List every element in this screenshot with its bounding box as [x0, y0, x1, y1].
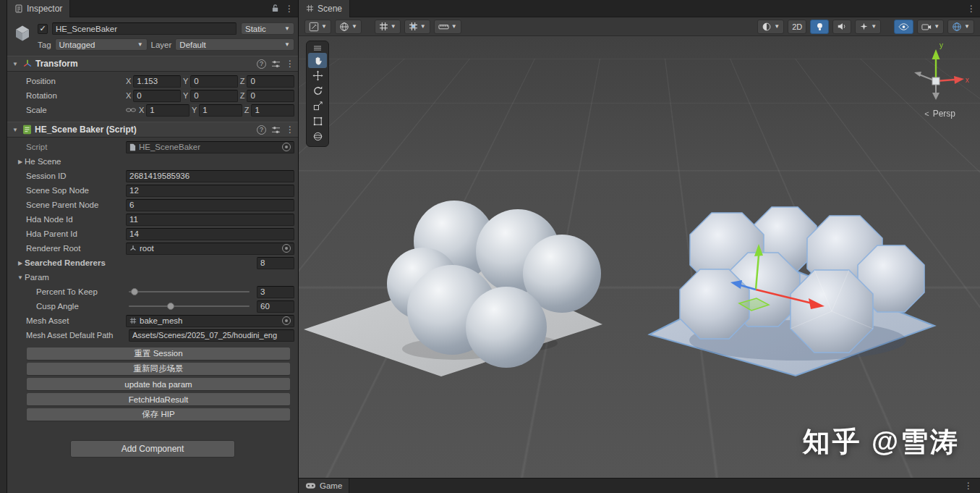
scene-viewport[interactable]: y x < Persp 知乎 @雪涛: [299, 36, 980, 478]
hda-parent-id-field[interactable]: 14: [126, 228, 294, 240]
save-hip-button[interactable]: 保存 HIP: [26, 408, 291, 421]
tab-scene[interactable]: Scene: [299, 0, 350, 17]
axis-x-label: X: [126, 77, 131, 85]
static-dropdown[interactable]: Static ▼: [241, 22, 294, 35]
lighting-toggle[interactable]: [810, 20, 829, 34]
add-component-button[interactable]: Add Component: [70, 440, 235, 458]
script-component-header[interactable]: ▼ HE_Scene Baker (Script) ? ⋮: [7, 122, 298, 138]
renderer-root-field[interactable]: root: [126, 243, 294, 255]
game-menu-icon[interactable]: ⋮: [964, 481, 980, 490]
rotate-tool-button[interactable]: [308, 83, 327, 98]
scale-x-field[interactable]: 1: [146, 104, 189, 117]
foldout-open-icon[interactable]: ▼: [11, 61, 20, 67]
presets-icon[interactable]: [271, 60, 281, 68]
chevron-down-icon: ▼: [284, 25, 290, 32]
move-tool-button[interactable]: [308, 68, 327, 83]
mesh-asset-field[interactable]: bake_mesh: [126, 315, 294, 327]
object-picker-icon[interactable]: [282, 143, 291, 151]
scene-sop-node-field[interactable]: 12: [126, 185, 294, 197]
searched-renderers-count-field[interactable]: 8: [257, 257, 294, 269]
effects-dropdown[interactable]: ▼: [855, 20, 881, 34]
foldout-open-icon[interactable]: ▼: [11, 127, 20, 133]
scale-tool-button[interactable]: [308, 98, 327, 114]
tag-dropdown[interactable]: Untagged ▼: [55, 38, 148, 51]
snap-settings-dropdown[interactable]: ▼: [375, 20, 401, 34]
rect-tool-button[interactable]: [308, 114, 327, 129]
lock-icon[interactable]: [271, 4, 279, 13]
axis-x-label[interactable]: x: [966, 76, 969, 84]
he-scene-label[interactable]: He Scene: [25, 157, 135, 166]
palette-drag-handle[interactable]: [308, 43, 327, 53]
param-row[interactable]: ▼ Param: [7, 270, 294, 285]
tool-palette: [306, 41, 329, 147]
watermark: 知乎 @雪涛: [802, 424, 960, 460]
searched-renderers-label[interactable]: Searched Renderers: [25, 258, 135, 267]
gameobject-name-field[interactable]: HE_SceneBaker: [52, 22, 237, 35]
scene-visibility-toggle[interactable]: [894, 20, 913, 34]
link-scale-icon[interactable]: [126, 107, 137, 113]
scene-tool-dropdown[interactable]: ▼: [304, 20, 331, 34]
mesh-path-field[interactable]: Assets/Scenes/2025_07_25/houdini_eng: [129, 329, 294, 342]
fetch-hda-result-button[interactable]: FetchHdaResult: [26, 392, 291, 406]
position-z-field[interactable]: 0: [247, 75, 294, 88]
slider-handle[interactable]: [131, 288, 138, 295]
hda-node-id-field[interactable]: 11: [126, 214, 294, 226]
rotation-y-field[interactable]: 0: [190, 90, 238, 102]
foldout-open-icon[interactable]: ▼: [16, 274, 25, 281]
percent-to-keep-slider[interactable]: [129, 291, 250, 292]
transform-header[interactable]: ▼ Transform ? ⋮: [7, 56, 298, 72]
layer-dropdown[interactable]: Default ▼: [175, 38, 294, 51]
orientation-gizmo[interactable]: y x: [903, 39, 970, 109]
rotation-x-field[interactable]: 0: [133, 90, 181, 102]
reset-session-button[interactable]: 重置 Session: [26, 347, 291, 361]
hand-tool-button[interactable]: [308, 53, 327, 68]
foldout-closed-icon[interactable]: ▶: [16, 159, 25, 165]
position-y-field[interactable]: 0: [190, 75, 238, 88]
component-menu-icon[interactable]: ⋮: [286, 59, 294, 68]
projection-toggle[interactable]: < Persp: [924, 109, 955, 119]
scale-y-field[interactable]: 1: [199, 104, 242, 117]
transform-tool-button[interactable]: [308, 129, 327, 144]
percent-to-keep-field[interactable]: 3: [257, 286, 294, 298]
help-icon[interactable]: ?: [257, 59, 266, 69]
rotation-z-field[interactable]: 0: [247, 90, 294, 102]
pivot-orientation-dropdown[interactable]: ▼: [335, 20, 362, 34]
scale-z-field[interactable]: 1: [251, 104, 294, 117]
grid-snapping-dropdown[interactable]: ▼: [404, 20, 430, 34]
searched-renderers-row[interactable]: ▶ Searched Renderers 8: [7, 256, 294, 270]
axis-y-label: Y: [183, 77, 188, 85]
tab-inspector[interactable]: Inspector: [7, 0, 70, 17]
camera-dropdown[interactable]: ▼: [917, 20, 944, 34]
help-icon[interactable]: ?: [257, 125, 266, 135]
2d-toggle[interactable]: 2D: [788, 20, 806, 34]
position-x-field[interactable]: 1.153: [133, 75, 181, 88]
foldout-closed-icon[interactable]: ▶: [16, 260, 25, 266]
cusp-angle-slider[interactable]: [129, 306, 250, 307]
update-hda-param-button[interactable]: update hda param: [26, 377, 291, 391]
resync-scene-button[interactable]: 重新同步场景: [26, 362, 291, 376]
measure-dropdown[interactable]: ▼: [434, 20, 461, 34]
mesh-path-label: Mesh Asset Default Path: [26, 331, 129, 340]
session-id-field[interactable]: 2681419585936: [126, 170, 294, 182]
presets-icon[interactable]: [271, 126, 281, 134]
tab-game[interactable]: Game: [299, 479, 349, 493]
audio-toggle[interactable]: [832, 20, 851, 34]
he-scene-row[interactable]: ▶ He Scene: [7, 154, 294, 169]
scene-parent-node-field[interactable]: 6: [126, 199, 294, 211]
inspector-menu-icon[interactable]: ⋮: [285, 4, 294, 13]
axis-y-label[interactable]: y: [939, 41, 943, 49]
param-label[interactable]: Param: [25, 273, 135, 282]
gizmos-dropdown[interactable]: ▼: [947, 20, 974, 34]
mesh-path-row: Mesh Asset Default Path Assets/Scenes/20…: [7, 328, 294, 342]
object-picker-icon[interactable]: [282, 244, 291, 253]
script-object-field[interactable]: HE_SceneBaker: [126, 141, 294, 153]
scene-menu-icon[interactable]: ⋮: [967, 4, 976, 13]
component-menu-icon[interactable]: ⋮: [286, 125, 294, 134]
slider-handle[interactable]: [167, 303, 174, 310]
object-picker-icon[interactable]: [282, 316, 291, 325]
draw-mode-dropdown[interactable]: ▼: [757, 20, 784, 34]
chevron-down-icon: ▼: [774, 23, 780, 30]
active-checkbox[interactable]: ✓: [38, 24, 48, 34]
cusp-angle-field[interactable]: 60: [257, 300, 294, 313]
unity-editor: Inspector ⋮ ✓ HE_SceneBaker Static ▼: [0, 0, 980, 493]
